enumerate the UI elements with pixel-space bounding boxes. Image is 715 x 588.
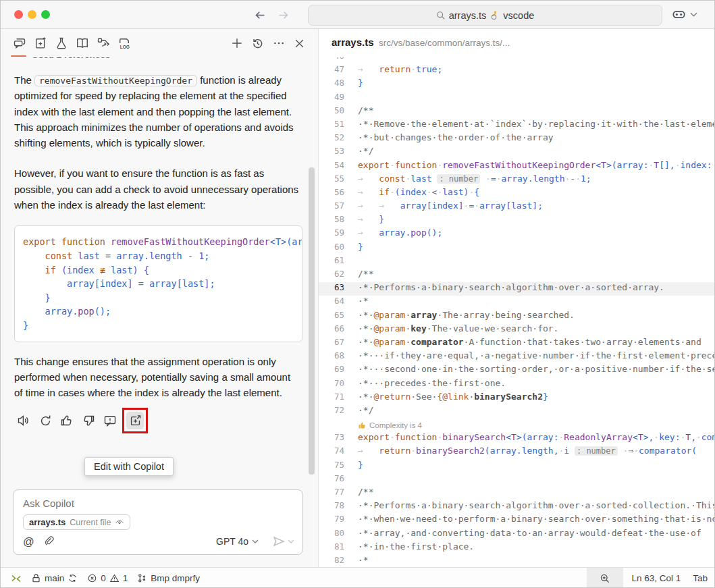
cursor-position[interactable]: Ln 63, Col 1 — [623, 568, 689, 588]
line-content: → → array[index]·=·array[last]; — [358, 201, 543, 214]
line-number: 59 — [319, 228, 344, 241]
code-line[interactable]: 74→ return·binarySearch2(array.length,·i… — [319, 446, 715, 459]
new-chat-button[interactable] — [226, 29, 247, 57]
command-center-search[interactable]: arrays.ts vscode — [308, 5, 662, 26]
tab-docs[interactable] — [72, 29, 92, 57]
breadcrumb[interactable]: src/vs/base/common/arrays.ts/... — [379, 38, 510, 48]
thumbs-down-button[interactable] — [80, 412, 97, 429]
history-back-button[interactable] — [252, 7, 268, 23]
code-line-current[interactable]: 63·*·Performs·a·binary·search·algorithm·… — [319, 282, 715, 296]
code-line[interactable]: 47→ return·true; — [319, 64, 715, 78]
line-number: 82 — [319, 555, 344, 567]
code-line[interactable]: 58→ } — [319, 214, 715, 228]
code-line[interactable]: 55→ const·last : number ·=·array.length·… — [319, 173, 715, 187]
code-line[interactable]: 75} — [319, 460, 715, 473]
indentation-indicator[interactable]: Tab — [689, 568, 714, 588]
tab-output-log[interactable]: LOG — [113, 29, 134, 57]
code-line[interactable]: 61 — [319, 255, 715, 269]
line-content: ·* — [358, 555, 369, 567]
code-line[interactable]: 80·*·array,·and·converting·data·to·an·ar… — [319, 528, 715, 541]
maximize-window-button[interactable] — [41, 10, 50, 19]
chat-input-placeholder: Ask Copilot — [23, 498, 74, 509]
tab-experiments[interactable] — [51, 29, 72, 57]
code-line[interactable]: 70·*···precedes·the·first·one. — [319, 378, 715, 392]
problems-indicator[interactable]: 0 1 — [82, 568, 132, 588]
code-line[interactable]: 50/** — [319, 105, 715, 119]
code-line[interactable]: 48} — [319, 78, 715, 91]
more-actions-button[interactable] — [268, 29, 289, 57]
eye-icon — [115, 518, 124, 527]
report-issue-button[interactable] — [102, 412, 118, 429]
chat-code-line: array[index] = array[last]; — [23, 277, 294, 291]
remote-indicator[interactable] — [6, 568, 26, 588]
history-forward-button[interactable] — [275, 7, 291, 23]
tab-references[interactable] — [92, 29, 113, 57]
branch-name: main — [45, 573, 64, 583]
code-line[interactable]: 76 — [319, 473, 715, 487]
code-line[interactable]: 81·*·in·the·first·place. — [319, 541, 715, 555]
model-picker[interactable]: GPT 4o — [216, 536, 259, 547]
line-number: 69 — [319, 364, 344, 377]
code-line[interactable]: 49 — [319, 92, 715, 105]
code-line[interactable]: 78·*·Performs·a·binary·search·algorithm·… — [319, 500, 715, 514]
line-content: /** — [358, 105, 373, 119]
code-line[interactable]: 57→ → array[index]·=·array[last]; — [319, 201, 715, 214]
branch-indicator[interactable]: main — [26, 568, 82, 588]
minimize-window-button[interactable] — [28, 10, 36, 19]
tab-edit-session[interactable] — [30, 29, 51, 57]
chat-input-box[interactable]: Ask Copilot arrays.ts Current file @ GPT… — [13, 489, 303, 555]
editor-file-name[interactable]: arrays.ts — [332, 36, 374, 48]
read-aloud-button[interactable] — [16, 412, 32, 429]
code-line[interactable]: 69·*···second·one·in·the·sorting·order,·… — [319, 364, 715, 377]
code-area[interactable]: 4647→ return·true;48}4950/**51·*·Remove·… — [319, 57, 715, 567]
code-line[interactable]: 67·*·@param·comparator·A·function·that·t… — [319, 337, 715, 350]
attach-icon[interactable] — [44, 536, 55, 547]
code-line[interactable]: 73export·function·binarySearch<T>(array:… — [319, 432, 715, 446]
code-line[interactable]: 54export·function·removeFastWithoutKeepi… — [319, 160, 715, 173]
code-line[interactable]: 77/** — [319, 487, 715, 500]
code-line[interactable]: 52·*·but·changes·the·order·of·the·array — [319, 132, 715, 146]
code-line[interactable]: 65·*·@param·array·The·array·being·search… — [319, 310, 715, 323]
line-content: ·*·Performs·a·binary·search·algorithm·ov… — [358, 282, 664, 296]
chat-history-button[interactable] — [247, 29, 268, 57]
regenerate-button[interactable] — [37, 412, 53, 429]
tab-chat[interactable] — [9, 29, 30, 57]
session-indicator[interactable]: Bmp dmprfy — [132, 568, 205, 588]
close-window-button[interactable] — [14, 10, 23, 19]
code-line[interactable]: 60} — [319, 242, 715, 255]
code-line[interactable]: 66·*·@param·key·The·value·we·search·for. — [319, 323, 715, 337]
context-chip-current-file[interactable]: arrays.ts Current file — [23, 514, 130, 530]
code-line[interactable]: 46 — [319, 57, 715, 64]
traffic-lights — [1, 10, 50, 19]
line-content: } — [358, 78, 363, 91]
code-line[interactable]: 64·* — [319, 296, 715, 309]
line-content: ·*·Performs·a·binary·search·algorithm·ov… — [358, 500, 715, 514]
copilot-menu-button[interactable] — [672, 7, 697, 22]
used-references-label[interactable]: Used 2 references — [32, 57, 300, 63]
chat-messages[interactable]: Used 2 references The removeFastWithoutK… — [1, 57, 318, 485]
code-line[interactable]: 53·*/ — [319, 146, 715, 159]
zoom-button[interactable] — [587, 568, 623, 588]
code-line[interactable]: 79·*·when·we·need·to·perform·a·binary·se… — [319, 514, 715, 527]
code-line[interactable]: 59→ array.pop(); — [319, 228, 715, 241]
line-content: → } — [358, 214, 384, 228]
codelens-complexity[interactable]: Complexity is 4 — [358, 419, 715, 432]
line-content: → array.pop(); — [358, 228, 442, 241]
line-number: 68 — [319, 350, 344, 364]
line-content: → return·binarySearch2(array.length,·i :… — [358, 446, 697, 459]
code-line[interactable]: 72·*/ — [319, 405, 715, 419]
close-panel-button[interactable] — [289, 29, 310, 57]
line-content: ·* — [358, 296, 369, 309]
send-button[interactable] — [272, 535, 294, 548]
retry-icon — [39, 415, 52, 427]
code-line[interactable]: 82·* — [319, 555, 715, 567]
code-line[interactable]: 71·*·@return·See·{@link·binarySearch2} — [319, 392, 715, 405]
code-line[interactable]: 62/** — [319, 269, 715, 282]
code-line[interactable]: 56→ if·(index·<·last)·{ — [319, 187, 715, 201]
thumbs-up-button[interactable] — [59, 412, 75, 429]
chat-scrollbar[interactable] — [309, 167, 315, 475]
code-line[interactable]: 68·*···if·they·are·equal,·a·negative·num… — [319, 350, 715, 364]
mention-context-button[interactable]: @ — [23, 535, 34, 548]
line-number: 54 — [319, 160, 344, 173]
code-line[interactable]: 51·*·Remove·the·element·at·`index`·by·re… — [319, 119, 715, 132]
